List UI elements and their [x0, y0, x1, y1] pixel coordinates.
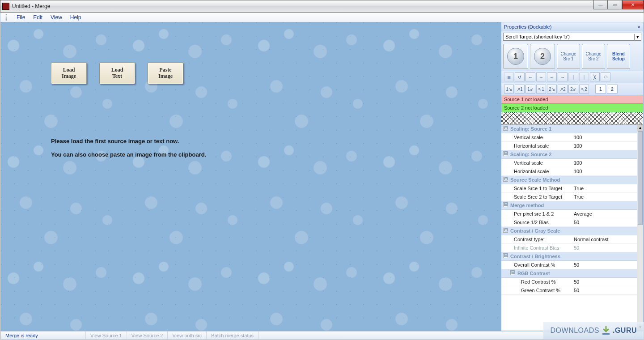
menu-view[interactable]: View	[51, 14, 62, 21]
tool-1d-icon[interactable]: ↖1	[536, 85, 546, 94]
cat-scale-method[interactable]: Source Scale Method	[501, 176, 637, 184]
row-green[interactable]: Green Contrast %50	[501, 286, 637, 295]
toolbar-row-1: ◼ ↺ ← → ← → | | ╳ ⬭	[501, 71, 643, 83]
workspace: Load Image Load Text Paste Image Please …	[0, 22, 644, 331]
tool-2a-icon[interactable]: 2↘	[547, 85, 557, 94]
maximize-button[interactable]: ▭	[608, 0, 622, 9]
cat-scaling-src1[interactable]: Scaling: Source 1	[501, 125, 637, 133]
status-view-both[interactable]: View both src	[168, 332, 207, 339]
grid-scrollbar[interactable]: ▲ ▼	[637, 125, 643, 331]
tool-right-icon[interactable]: →	[536, 72, 546, 81]
menu-help[interactable]: Help	[70, 14, 81, 21]
row-sm1[interactable]: Scale Srce 1 to TargetTrue	[501, 184, 637, 193]
cat-contrast-gray[interactable]: Contrast / Gray Scale	[501, 227, 637, 235]
row-s2-hscale[interactable]: Horizontal scale100	[501, 167, 637, 176]
paste-image-button[interactable]: Paste Image	[148, 63, 183, 84]
property-grid: Scaling: Source 1 Vertical scale100 Hori…	[501, 125, 643, 331]
titlebar: Untitled - Merge — ▭ ✕	[0, 0, 644, 13]
tool-2d-icon[interactable]: ↖2	[579, 85, 589, 94]
row-red[interactable]: Red Contrast %50	[501, 278, 637, 286]
status-batch[interactable]: Batch merge status	[207, 332, 258, 339]
watermark-text-a: DOWNLOADS	[551, 327, 599, 335]
panel-header: Properties (Dockable) ×	[501, 22, 643, 31]
cat-merge-method[interactable]: Merge method	[501, 201, 637, 210]
row-s1-vscale[interactable]: Vertical scale100	[501, 133, 637, 142]
app-icon	[2, 3, 9, 10]
load-text-button[interactable]: Load Text	[99, 63, 135, 84]
tool-left2-icon[interactable]: ←	[547, 72, 557, 81]
tool-sep2: |	[579, 72, 589, 81]
tool-sep1: |	[568, 72, 578, 81]
canvas-area: Load Image Load Text Paste Image Please …	[1, 22, 501, 331]
tool-1a-icon[interactable]: 1↘	[504, 85, 514, 94]
load-image-button[interactable]: Load Image	[51, 63, 87, 84]
instruction-line-2: You can also choose paste an image from …	[51, 151, 206, 158]
tool-clear-icon[interactable]: ╳	[590, 72, 600, 81]
tool-2c-icon[interactable]: 2↙	[568, 85, 578, 94]
panel-close-icon[interactable]: ×	[638, 24, 640, 30]
window-title: Untitled - Merge	[12, 3, 50, 9]
watermark-text-b: .GURU	[613, 327, 637, 335]
source-2-status: Source 2 not loaded	[501, 104, 643, 112]
menu-file[interactable]: File	[17, 14, 25, 21]
source-2-button[interactable]: 2	[530, 44, 555, 69]
tool-right2-icon[interactable]: →	[558, 72, 568, 81]
menu-edit[interactable]: Edit	[33, 14, 42, 21]
source-1-button[interactable]: 1	[503, 44, 528, 69]
row-cg1[interactable]: Contrast type:Normal contrast	[501, 235, 637, 244]
minimize-button[interactable]: —	[593, 0, 608, 9]
menubar-grip	[5, 14, 7, 21]
row-s2-vscale[interactable]: Vertical scale100	[501, 159, 637, 167]
status-ready: Merge is ready	[1, 332, 86, 339]
row-cb1[interactable]: Overall Contrast %50	[501, 261, 637, 269]
status-view-src2[interactable]: View Source 2	[127, 332, 168, 339]
row-s1-hscale[interactable]: Horizontal scale100	[501, 142, 637, 150]
source-1-status: Source 1 not loaded	[501, 95, 643, 104]
row-cg2: Infinite Contrast Bias50	[501, 244, 637, 252]
row-mm1[interactable]: Per pixel src 1 & 2Average	[501, 210, 637, 218]
scroll-target-select[interactable]: Scroll Target (shortcut key 'b') ▾	[503, 33, 641, 41]
properties-panel: Properties (Dockable) × Scroll Target (s…	[501, 22, 643, 331]
tool-1c-icon[interactable]: 1↙	[525, 85, 535, 94]
watermark: DOWNLOADS .GURU	[543, 322, 644, 339]
preview-hatch	[501, 112, 643, 125]
tool-num-1[interactable]: 1	[595, 85, 606, 94]
scroll-target-value: Scroll Target (shortcut key 'b')	[505, 34, 570, 39]
instruction-line-1: Please load the first source image or te…	[51, 138, 179, 144]
tool-2b-icon[interactable]: ↗2	[558, 85, 568, 94]
tool-undo-icon[interactable]: ↺	[515, 72, 525, 81]
download-icon	[601, 326, 611, 336]
status-view-src1[interactable]: View Source 1	[86, 332, 127, 339]
row-sm2[interactable]: Scale Srce 2 to TargetTrue	[501, 193, 637, 201]
tool-1b-icon[interactable]: ↗1	[515, 85, 525, 94]
close-button[interactable]: ✕	[622, 0, 644, 9]
tool-left-icon[interactable]: ←	[525, 72, 535, 81]
cat-contrast-bright[interactable]: Contrast / Brightness	[501, 252, 637, 261]
scroll-thumb[interactable]	[638, 131, 643, 225]
row-mm2[interactable]: Source 1/2 Bias50	[501, 218, 637, 227]
blend-setup-button[interactable]: BlendSetup	[607, 44, 630, 69]
cat-scaling-src2[interactable]: Scaling: Source 2	[501, 150, 637, 159]
toolbar-row-2: 1↘ ↗1 1↙ ↖1 2↘ ↗2 2↙ ↖2 1 2	[501, 83, 643, 95]
tool-num-2[interactable]: 2	[607, 85, 618, 94]
scroll-up-icon[interactable]: ▲	[637, 125, 643, 131]
cat-rgb-contrast[interactable]: RGB Contrast	[501, 269, 637, 278]
change-src1-button[interactable]: ChangeSrc 1	[557, 44, 580, 69]
panel-title: Properties (Dockable)	[504, 24, 551, 30]
tool-ellipse-icon[interactable]: ⬭	[601, 72, 610, 81]
change-src2-button[interactable]: ChangeSrc 2	[582, 44, 605, 69]
chevron-down-icon: ▾	[634, 34, 639, 40]
menubar: File Edit View Help	[0, 13, 644, 22]
tool-stop-icon[interactable]: ◼	[504, 72, 514, 81]
